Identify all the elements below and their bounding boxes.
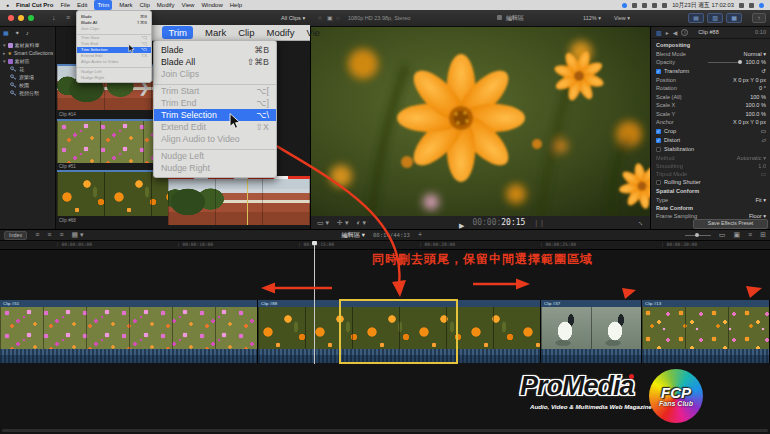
transform-checkbox[interactable]: ✓ xyxy=(656,69,661,74)
overlay-menubar-item[interactable]: Vie xyxy=(307,27,321,38)
menubar-item[interactable]: Edit xyxy=(77,0,87,10)
scale-y-row[interactable]: Scale Y100.0 % xyxy=(651,110,770,119)
timeline-project-name[interactable]: 編輯區 ▾ xyxy=(342,231,365,240)
timeline-clip-pink[interactable]: Clip #51 xyxy=(0,300,258,363)
sidebar-keyword-item[interactable]: 校園 xyxy=(0,81,55,89)
inspector-toggle-button[interactable]: ▦ xyxy=(726,13,742,23)
minimize-window-button[interactable] xyxy=(18,15,24,21)
sidebar-keyword-item[interactable]: 遊樂場 xyxy=(0,73,55,81)
stabilization-checkbox[interactable] xyxy=(656,147,661,152)
import-media-icon[interactable]: ↓ xyxy=(52,10,56,26)
distort-expand-icon[interactable]: ▱ xyxy=(762,137,766,143)
rotation-row[interactable]: Rotation0 ° xyxy=(651,84,770,93)
search-icon[interactable]: ◌ xyxy=(336,10,340,26)
info-inspector-tab-icon[interactable]: i xyxy=(681,29,688,36)
sidebar-library-row[interactable]: ▾ 素材資料庫 xyxy=(0,41,55,49)
viewer-view-dropdown[interactable]: View ▾ xyxy=(614,10,630,26)
transform-row[interactable]: ✓Transform↺ xyxy=(651,67,770,76)
search-icon[interactable] xyxy=(749,3,754,8)
reset-icon[interactable]: ↺ xyxy=(761,68,766,74)
trim-menu-item[interactable]: Trim End⌥] xyxy=(154,97,276,109)
timeline-ruler[interactable]: 00:00:05:0000:00:10:0000:00:15:0000:00:2… xyxy=(0,241,770,250)
trim-menu-item-small[interactable]: Nudge Right xyxy=(77,74,151,80)
playhead-handle[interactable] xyxy=(312,241,317,245)
video-inspector-tab-icon[interactable]: ▥ xyxy=(656,29,662,36)
status-icon[interactable] xyxy=(652,3,657,8)
opacity-row[interactable]: Opacity100.0 % xyxy=(651,58,770,67)
status-icon[interactable] xyxy=(632,3,637,8)
disclosure-triangle-icon[interactable]: ▾ xyxy=(3,57,6,65)
disclosure-triangle-icon[interactable]: ▸ xyxy=(3,49,6,57)
audio-inspector-tab-icon[interactable]: ◀ xyxy=(673,29,678,36)
close-window-button[interactable] xyxy=(8,15,14,21)
sidebar-keyword-item[interactable]: 花 xyxy=(0,65,55,73)
status-icon[interactable] xyxy=(622,3,627,8)
overlay-menubar-item[interactable]: Modify xyxy=(267,27,295,38)
opacity-slider[interactable] xyxy=(708,62,742,63)
color-inspector-tab-icon[interactable]: ▸ xyxy=(666,29,669,36)
menubar-clock[interactable]: 10月23日 週五 17:02:03 xyxy=(672,0,734,10)
siri-icon[interactable] xyxy=(759,3,764,8)
timeline-toggle-button[interactable]: ▥ xyxy=(707,13,723,23)
sidebar-event-row[interactable]: ▾ 素材區 xyxy=(0,57,55,65)
timeline-clip-mixed[interactable]: Clip #13 xyxy=(642,300,770,363)
status-icon[interactable] xyxy=(642,3,647,8)
viewer-video-frame[interactable] xyxy=(311,26,651,216)
camera-filter-icon[interactable]: ▣ xyxy=(327,10,333,26)
crop-row[interactable]: ✓Crop▭ xyxy=(651,127,770,136)
menubar-item[interactable]: Clip xyxy=(140,0,150,10)
menubar-item[interactable]: Window xyxy=(201,0,222,10)
zoom-window-button[interactable] xyxy=(28,15,34,21)
menubar-item[interactable]: Modify xyxy=(157,0,175,10)
browser-toggle-button[interactable]: ▤ xyxy=(688,13,704,23)
scale-x-row[interactable]: Scale X100.0 % xyxy=(651,101,770,110)
keyboard-layout-icon[interactable] xyxy=(739,3,744,8)
crop-expand-icon[interactable]: ▭ xyxy=(761,128,766,134)
trim-menu-item[interactable]: Trim Start⌥[ xyxy=(154,85,276,97)
trim-menu-item[interactable]: Blade All⇧⌘B xyxy=(154,56,276,68)
trim-menu-item[interactable]: Trim Selection⌥\ xyxy=(154,109,276,121)
trim-menu-item[interactable]: Join Clips xyxy=(154,68,276,80)
trim-menu-item[interactable]: Align Audio to Video xyxy=(154,133,276,145)
menubar-item[interactable]: Mark xyxy=(119,0,132,10)
sidebar-smart-collections-row[interactable]: ▸ ★ Smart Collections xyxy=(0,49,55,57)
timeline-scrollbar[interactable] xyxy=(2,429,768,432)
trim-menu-item[interactable]: Blade⌘B xyxy=(154,44,276,56)
distort-row[interactable]: ✓Distort▱ xyxy=(651,136,770,145)
trim-menu-item[interactable]: Nudge Right xyxy=(154,162,276,174)
keyword-editor-icon[interactable]: ≡ xyxy=(66,10,70,26)
rolling-shutter-row[interactable]: Rolling Shutter xyxy=(651,178,770,187)
blend-mode-row[interactable]: Blend ModeNormal ▾ xyxy=(651,50,770,59)
crop-checkbox[interactable]: ✓ xyxy=(656,129,661,134)
menubar-item[interactable]: Trim xyxy=(94,0,112,10)
apple-menu-icon[interactable]: ● xyxy=(6,0,9,10)
anchor-row[interactable]: AnchorX 0 px Y 0 px xyxy=(651,118,770,127)
menubar-item[interactable]: File xyxy=(60,0,70,10)
rolling-shutter-checkbox[interactable] xyxy=(656,180,661,185)
sidebar-keyword-item[interactable]: 視頻分類 xyxy=(0,89,55,97)
distort-checkbox[interactable]: ✓ xyxy=(656,138,661,143)
clip-filter-dropdown[interactable]: All Clips ▾ xyxy=(281,10,305,26)
clips-tab-icon[interactable]: ▦ xyxy=(3,29,9,37)
clock-filter-icon[interactable]: ○ xyxy=(318,10,322,26)
stabilization-row[interactable]: Stabilization xyxy=(651,145,770,154)
wifi-icon[interactable] xyxy=(662,3,667,8)
photos-tab-icon[interactable]: ✦ xyxy=(15,29,20,37)
menubar-item[interactable]: Help xyxy=(230,0,242,10)
type-row[interactable]: TypeFit ▾ xyxy=(651,196,770,205)
fullscreen-icon[interactable]: ↔ xyxy=(638,219,645,226)
overlay-menubar-item[interactable]: Clip xyxy=(238,27,254,38)
menubar-item[interactable]: Final Cut Pro xyxy=(16,0,53,10)
index-button[interactable]: Index xyxy=(4,231,27,240)
trim-selection-range[interactable] xyxy=(339,299,458,364)
position-row[interactable]: PositionX 0 px Y 0 px xyxy=(651,76,770,85)
playhead[interactable] xyxy=(314,241,315,364)
menubar-item[interactable]: View xyxy=(182,0,195,10)
viewer-zoom-dropdown[interactable]: 112% ▾ xyxy=(583,10,601,26)
scale-all-row[interactable]: Scale (All)100 % xyxy=(651,93,770,102)
disclosure-triangle-icon[interactable]: ▾ xyxy=(3,41,6,49)
trim-menu-item[interactable]: Extend Edit⇧X xyxy=(154,121,276,133)
timeline-zoom-slider[interactable] xyxy=(685,235,711,236)
overlay-menubar-item[interactable]: Mark xyxy=(205,27,226,38)
share-button[interactable]: ↑ xyxy=(752,13,766,23)
